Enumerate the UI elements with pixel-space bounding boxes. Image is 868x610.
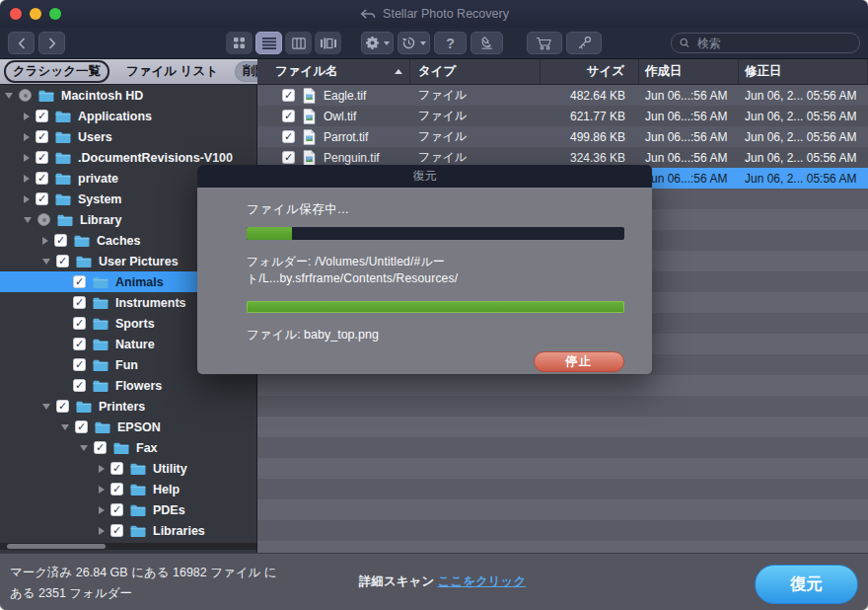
mixed-checkbox[interactable] bbox=[19, 89, 32, 102]
checkbox[interactable]: ✓ bbox=[282, 110, 295, 122]
disclosure-triangle[interactable] bbox=[99, 486, 105, 494]
tab-item[interactable]: ファイル リスト bbox=[118, 61, 226, 82]
resume-recovery-button[interactable] bbox=[398, 32, 430, 54]
disclosure-triangle[interactable] bbox=[99, 527, 105, 535]
column-view-button[interactable] bbox=[285, 32, 312, 54]
disclosure-triangle[interactable] bbox=[24, 113, 30, 120]
buy-button[interactable] bbox=[527, 32, 562, 54]
column-header-size[interactable]: サイズ bbox=[541, 59, 639, 84]
app-window: Stellar Photo Recovery ? bbox=[0, 0, 868, 610]
preview-button[interactable] bbox=[470, 32, 503, 54]
tree-horizontal-scrollbar[interactable] bbox=[0, 543, 256, 550]
column-header-modified[interactable]: 修正日 bbox=[739, 59, 868, 84]
deep-scan-prompt: 詳細スキャン ここをクリック bbox=[359, 573, 526, 590]
disclosure-triangle[interactable] bbox=[99, 465, 105, 473]
tree-item-libraries[interactable]: ✓Libraries bbox=[0, 520, 256, 541]
checkbox[interactable]: ✓ bbox=[282, 151, 295, 164]
tree-item-label: Help bbox=[153, 483, 180, 496]
tree-item-utility[interactable]: ✓Utility bbox=[0, 458, 256, 479]
checkbox[interactable]: ✓ bbox=[73, 379, 86, 392]
file-row-eagle-tif[interactable]: ✓Eagle.tifファイル482.64 KBJun 06...:56 AMJu… bbox=[257, 85, 868, 106]
search-input[interactable] bbox=[695, 36, 852, 51]
disclosure-triangle[interactable] bbox=[5, 93, 13, 99]
column-label: 作成日 bbox=[645, 63, 683, 80]
checkbox[interactable]: ✓ bbox=[73, 338, 86, 350]
checkbox[interactable]: ✓ bbox=[94, 441, 107, 454]
checkbox[interactable]: ✓ bbox=[282, 130, 295, 143]
modified-date: Jun 06, 2... 05:56 AM bbox=[739, 147, 868, 168]
deep-scan-link[interactable]: ここをクリック bbox=[438, 574, 527, 588]
file-row-owl-tif[interactable]: ✓Owl.tifファイル621.77 KBJun 06...:56 AMJun … bbox=[257, 106, 868, 126]
tree-item-macintosh-hd[interactable]: Macintosh HD bbox=[0, 85, 256, 106]
tree-item-label: Printers bbox=[99, 400, 145, 414]
tree-item-users[interactable]: ✓Users bbox=[0, 126, 256, 147]
tab-item[interactable]: クラシック一覧 bbox=[4, 60, 109, 83]
help-button[interactable]: ? bbox=[434, 32, 467, 54]
disclosure-triangle[interactable] bbox=[61, 424, 69, 430]
column-header-created[interactable]: 作成日 bbox=[639, 59, 739, 84]
tree-item-label: Utility bbox=[153, 462, 187, 476]
checkbox[interactable]: ✓ bbox=[110, 524, 123, 537]
mixed-checkbox[interactable] bbox=[37, 213, 50, 226]
disclosure-triangle[interactable] bbox=[24, 195, 30, 203]
column-header-type[interactable]: タイプ bbox=[410, 59, 541, 84]
modified-date: Jun 06, 2... 05:56 AM bbox=[739, 106, 868, 126]
tree-item-label: Fun bbox=[115, 358, 138, 372]
checkbox[interactable]: ✓ bbox=[73, 296, 86, 309]
checkbox[interactable]: ✓ bbox=[73, 358, 86, 371]
checkbox[interactable]: ✓ bbox=[56, 400, 69, 413]
search-field[interactable] bbox=[671, 33, 860, 53]
tree-item-label: Macintosh HD bbox=[61, 89, 143, 103]
image-file-icon bbox=[303, 129, 316, 145]
disclosure-triangle[interactable] bbox=[24, 175, 30, 183]
checkbox[interactable]: ✓ bbox=[73, 275, 86, 288]
file-row-parrot-tif[interactable]: ✓Parrot.tifファイル499.86 KBJun 06...:56 AMJ… bbox=[257, 126, 868, 147]
tree-item-help[interactable]: ✓Help bbox=[0, 479, 256, 499]
tree-item-label: Nature bbox=[115, 338, 155, 351]
checkbox[interactable]: ✓ bbox=[282, 89, 295, 102]
tree-item-epson[interactable]: ✓EPSON bbox=[0, 417, 256, 437]
disclosure-triangle[interactable] bbox=[80, 445, 88, 451]
checkbox[interactable]: ✓ bbox=[36, 110, 48, 122]
checkbox[interactable]: ✓ bbox=[36, 172, 48, 185]
tree-item-pdes[interactable]: ✓PDEs bbox=[0, 499, 256, 520]
back-button[interactable] bbox=[8, 32, 35, 54]
coverflow-view-button[interactable] bbox=[315, 32, 341, 54]
list-view-button[interactable] bbox=[255, 32, 282, 54]
checkbox[interactable]: ✓ bbox=[110, 483, 123, 496]
disclosure-triangle[interactable] bbox=[42, 237, 48, 245]
disclosure-triangle[interactable] bbox=[42, 404, 50, 410]
checkbox[interactable]: ✓ bbox=[36, 151, 48, 164]
checkbox[interactable]: ✓ bbox=[110, 462, 123, 475]
tree-item-applications[interactable]: ✓Applications bbox=[0, 106, 256, 126]
forward-button[interactable] bbox=[38, 32, 65, 54]
checkbox[interactable]: ✓ bbox=[36, 192, 48, 205]
tree-item-printers[interactable]: ✓Printers bbox=[0, 396, 256, 417]
minimize-window-button[interactable] bbox=[30, 8, 41, 20]
disclosure-triangle[interactable] bbox=[42, 259, 50, 265]
scrollbar-thumb[interactable] bbox=[7, 544, 106, 549]
disclosure-triangle[interactable] bbox=[99, 506, 105, 514]
sort-ascending-icon bbox=[395, 69, 402, 74]
view-tabs: クラシック一覧ファイル リスト削除リスト bbox=[0, 59, 257, 85]
checkbox[interactable]: ✓ bbox=[73, 317, 86, 330]
recover-button[interactable]: 復元 bbox=[755, 565, 858, 604]
column-header-name[interactable]: ファイル名 bbox=[257, 59, 410, 84]
disclosure-triangle[interactable] bbox=[24, 217, 32, 223]
zoom-window-button[interactable] bbox=[49, 8, 61, 20]
tree-item-fax[interactable]: ✓Fax bbox=[0, 437, 256, 458]
icon-view-button[interactable] bbox=[226, 32, 253, 54]
checkbox[interactable]: ✓ bbox=[56, 255, 69, 267]
stop-button[interactable]: 停止 bbox=[534, 351, 624, 372]
tree-item-flowers[interactable]: ✓Flowers bbox=[0, 375, 256, 396]
checkbox[interactable]: ✓ bbox=[54, 234, 67, 247]
register-button[interactable] bbox=[566, 32, 602, 54]
close-window-button[interactable] bbox=[10, 8, 22, 20]
tree-item-label: Fax bbox=[136, 441, 158, 455]
disclosure-triangle[interactable] bbox=[24, 133, 30, 141]
disclosure-triangle[interactable] bbox=[24, 154, 30, 162]
settings-button[interactable] bbox=[361, 32, 394, 54]
checkbox[interactable]: ✓ bbox=[36, 130, 48, 143]
checkbox[interactable]: ✓ bbox=[110, 503, 123, 516]
checkbox[interactable]: ✓ bbox=[75, 420, 88, 433]
